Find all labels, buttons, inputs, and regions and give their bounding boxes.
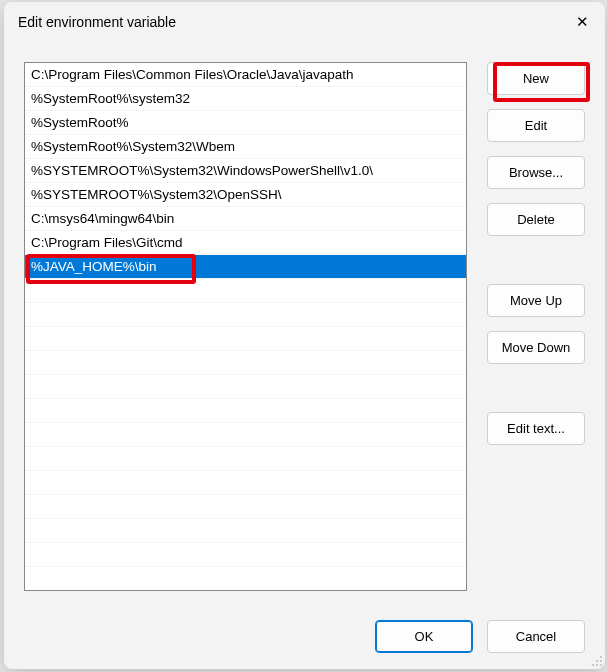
path-list-row[interactable]: [25, 519, 466, 543]
path-list-row[interactable]: %SYSTEMROOT%\System32\OpenSSH\: [25, 183, 466, 207]
svg-point-0: [600, 656, 602, 658]
dialog-title: Edit environment variable: [18, 14, 176, 30]
path-list-row[interactable]: C:\msys64\mingw64\bin: [25, 207, 466, 231]
svg-point-4: [596, 664, 598, 666]
edit-text-button[interactable]: Edit text...: [487, 412, 585, 445]
path-list-row[interactable]: [25, 327, 466, 351]
path-list-row[interactable]: [25, 279, 466, 303]
path-list-row[interactable]: [25, 447, 466, 471]
path-list-row[interactable]: %SystemRoot%: [25, 111, 466, 135]
move-down-button[interactable]: Move Down: [487, 331, 585, 364]
svg-point-2: [600, 660, 602, 662]
close-button[interactable]: ✕: [559, 2, 605, 42]
move-up-button[interactable]: Move Up: [487, 284, 585, 317]
path-list-row[interactable]: %JAVA_HOME%\bin: [25, 255, 466, 279]
svg-point-1: [596, 660, 598, 662]
new-button[interactable]: New: [487, 62, 585, 95]
edit-button[interactable]: Edit: [487, 109, 585, 142]
path-list-row[interactable]: [25, 351, 466, 375]
edit-env-var-dialog: Edit environment variable ✕ C:\Program F…: [4, 2, 605, 669]
path-list[interactable]: C:\Program Files\Common Files\Oracle\Jav…: [24, 62, 467, 591]
titlebar: Edit environment variable ✕: [4, 2, 605, 42]
dialog-content: C:\Program Files\Common Files\Oracle\Jav…: [4, 42, 605, 602]
close-icon: ✕: [576, 13, 589, 31]
path-list-row[interactable]: [25, 375, 466, 399]
path-list-row[interactable]: %SYSTEMROOT%\System32\WindowsPowerShell\…: [25, 159, 466, 183]
dialog-footer: OK Cancel: [4, 602, 605, 669]
path-list-row[interactable]: [25, 543, 466, 567]
path-list-row[interactable]: C:\Program Files\Common Files\Oracle\Jav…: [25, 63, 466, 87]
path-list-row[interactable]: [25, 471, 466, 495]
svg-point-5: [600, 664, 602, 666]
svg-point-3: [592, 664, 594, 666]
ok-button[interactable]: OK: [375, 620, 473, 653]
delete-button[interactable]: Delete: [487, 203, 585, 236]
path-list-row[interactable]: [25, 399, 466, 423]
cancel-button[interactable]: Cancel: [487, 620, 585, 653]
path-list-row[interactable]: %SystemRoot%\System32\Wbem: [25, 135, 466, 159]
path-list-row[interactable]: %SystemRoot%\system32: [25, 87, 466, 111]
path-list-row[interactable]: C:\Program Files\Git\cmd: [25, 231, 466, 255]
side-button-panel: New Edit Browse... Delete Move Up Move D…: [487, 62, 585, 602]
resize-grip-icon: [589, 653, 603, 667]
path-list-row[interactable]: [25, 495, 466, 519]
path-list-row[interactable]: [25, 423, 466, 447]
path-list-row[interactable]: [25, 303, 466, 327]
browse-button[interactable]: Browse...: [487, 156, 585, 189]
